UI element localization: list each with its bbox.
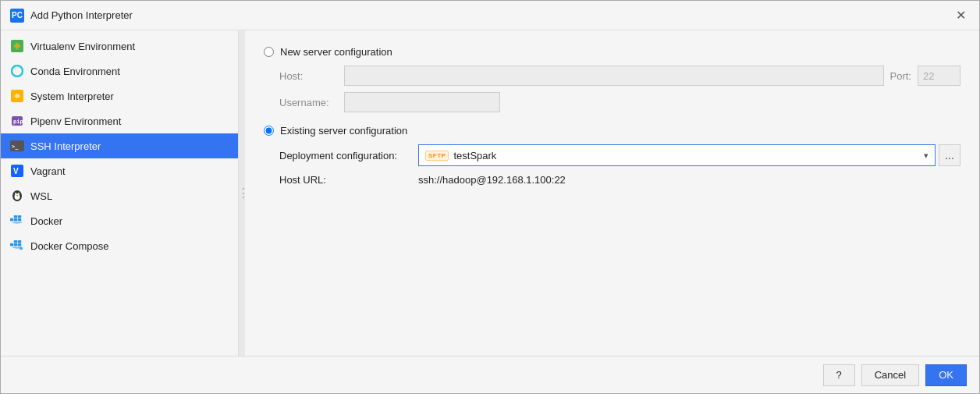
resize-handle[interactable]: ⋮ [239, 30, 245, 356]
sidebar-item-conda-label: Conda Environment [30, 66, 120, 77]
svg-rect-26 [18, 240, 21, 243]
sidebar-item-system-label: System Interpreter [30, 91, 114, 102]
help-button[interactable]: ? [823, 364, 855, 386]
sidebar-item-docker-label: Docker [30, 215, 62, 227]
dialog-title: Add Python Interpreter [30, 9, 133, 21]
deployment-row: Deployment configuration: SFTP testSpark… [279, 144, 960, 166]
sidebar-item-virtualenv[interactable]: Virtualenv Environment [1, 34, 238, 59]
svg-point-14 [16, 193, 16, 193]
svg-rect-20 [14, 215, 17, 218]
host-input[interactable] [344, 66, 884, 86]
dockercompose-icon [10, 239, 24, 253]
svg-rect-19 [18, 218, 21, 221]
close-button[interactable]: ✕ [951, 6, 970, 25]
deployment-select[interactable]: SFTP testSpark ▾ [418, 144, 936, 166]
username-input[interactable] [344, 92, 500, 112]
venv-icon [10, 39, 24, 53]
svg-rect-17 [10, 218, 13, 221]
system-icon [10, 89, 24, 103]
username-label: Username: [279, 97, 338, 108]
existing-server-radio-label[interactable]: Existing server configuration [280, 125, 407, 137]
svg-text:pip: pip [13, 119, 23, 125]
sidebar-item-wsl[interactable]: WSL [1, 183, 238, 208]
deployment-config-label: Deployment configuration: [279, 150, 412, 162]
username-row: Username: [279, 92, 960, 112]
sidebar-item-conda[interactable]: Conda Environment [1, 59, 238, 83]
sidebar-item-dockercompose[interactable]: Docker Compose [1, 233, 238, 258]
new-server-radio-row: New server configuration [264, 46, 960, 58]
sidebar-item-ssh[interactable]: >_ SSH Interpreter [1, 133, 238, 158]
host-label: Host: [279, 70, 338, 82]
svg-point-15 [19, 193, 20, 193]
svg-point-16 [16, 195, 19, 197]
dialog-body: Virtualenv Environment Conda Environment [1, 30, 979, 356]
chevron-down-icon: ▾ [924, 151, 929, 161]
svg-text:>_: >_ [12, 144, 19, 150]
sidebar-item-virtualenv-label: Virtualenv Environment [30, 41, 135, 52]
content-area: New server configuration Host: Port: Use… [245, 30, 979, 356]
app-icon: PC [10, 9, 24, 23]
svg-rect-24 [18, 243, 21, 246]
svg-rect-27 [20, 247, 23, 250]
host-url-label: Host URL: [279, 174, 412, 186]
deployment-value: testSpark [453, 150, 496, 162]
host-url-row: Host URL: ssh://hadoop@192.168.1.100:22 [279, 174, 960, 186]
sidebar-item-wsl-label: WSL [30, 190, 52, 202]
title-bar-left: PC Add Python Interpreter [10, 9, 133, 23]
svg-rect-25 [14, 240, 17, 243]
sidebar-item-vagrant[interactable]: V Vagrant [1, 158, 238, 183]
svg-rect-18 [14, 218, 17, 221]
pipenv-icon: pip [10, 114, 24, 128]
sidebar-item-pipenv-label: Pipenv Environment [30, 115, 121, 127]
sidebar: Virtualenv Environment Conda Environment [1, 30, 239, 356]
sidebar-item-vagrant-label: Vagrant [30, 165, 66, 177]
host-row: Host: Port: [279, 66, 960, 86]
wsl-icon [10, 189, 24, 203]
new-server-radio-label[interactable]: New server configuration [280, 46, 392, 58]
svg-rect-21 [18, 215, 21, 218]
dots-button[interactable]: ... [939, 144, 960, 166]
bottom-bar: ? Cancel OK [1, 356, 979, 393]
ok-button[interactable]: OK [925, 364, 967, 386]
title-bar: PC Add Python Interpreter ✕ [1, 1, 979, 30]
add-python-interpreter-dialog: PC Add Python Interpreter ✕ Virtualenv E… [0, 0, 980, 394]
port-input[interactable] [918, 66, 960, 86]
vagrant-icon: V [10, 164, 24, 178]
conda-icon [10, 64, 24, 78]
sidebar-item-system[interactable]: System Interpreter [1, 83, 238, 108]
docker-icon [10, 214, 24, 228]
svg-point-11 [15, 193, 20, 200]
svg-rect-1 [16, 44, 19, 48]
sidebar-item-ssh-label: SSH Interpreter [30, 140, 101, 152]
existing-server-radio[interactable] [264, 126, 274, 136]
existing-server-radio-row: Existing server configuration [264, 125, 960, 137]
cancel-button[interactable]: Cancel [861, 364, 919, 386]
sftp-badge: SFTP [425, 151, 449, 161]
svg-rect-23 [14, 243, 17, 246]
svg-point-2 [12, 66, 23, 76]
new-server-radio[interactable] [264, 47, 274, 57]
sidebar-item-pipenv[interactable]: pip Pipenv Environment [1, 108, 238, 133]
svg-text:V: V [13, 167, 19, 176]
sidebar-item-docker[interactable]: Docker [1, 208, 238, 233]
ssh-icon: >_ [10, 139, 24, 153]
svg-rect-22 [10, 243, 13, 246]
existing-server-section: Existing server configuration Deployment… [264, 125, 960, 186]
deploy-select-wrapper: SFTP testSpark ▾ ... [418, 144, 960, 166]
host-url-value: ssh://hadoop@192.168.1.100:22 [418, 174, 566, 186]
port-label: Port: [890, 70, 911, 82]
new-server-section: New server configuration Host: Port: Use… [264, 46, 960, 112]
sidebar-item-dockercompose-label: Docker Compose [30, 240, 108, 252]
